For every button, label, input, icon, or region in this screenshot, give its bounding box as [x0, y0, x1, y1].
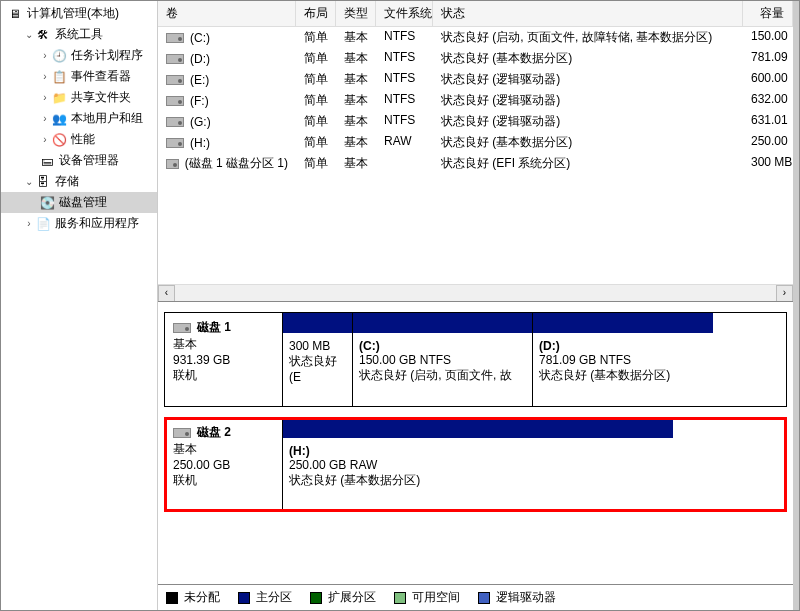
col-status[interactable]: 状态	[433, 1, 743, 26]
partition[interactable]: 300 MB状态良好 (E	[283, 313, 353, 406]
services-icon: 📄	[35, 216, 51, 232]
cell-layout: 简单	[296, 133, 336, 152]
volume-icon	[166, 33, 184, 43]
partition-volume: (D:)	[539, 339, 707, 353]
cell-fs: NTFS	[376, 28, 433, 47]
swatch	[478, 592, 490, 604]
cell-status: 状态良好 (逻辑驱动器)	[433, 112, 743, 131]
chevron-right-icon: ›	[39, 50, 51, 61]
cell-type: 基本	[336, 154, 376, 173]
disk-row-2[interactable]: 磁盘 2 基本 250.00 GB 联机 (H:)250.00 GB RAW状态…	[164, 417, 787, 512]
tree-performance[interactable]: › 🚫 性能	[1, 129, 157, 150]
cell-type: 基本	[336, 70, 376, 89]
cell-status: 状态良好 (逻辑驱动器)	[433, 70, 743, 89]
volume-icon	[166, 117, 184, 127]
tree-sys-tools[interactable]: ⌄ 🛠 系统工具	[1, 24, 157, 45]
table-row[interactable]: (F:)简单基本NTFS状态良好 (逻辑驱动器)632.00	[158, 90, 793, 111]
partitions: 300 MB状态良好 (E(C:)150.00 GB NTFS状态良好 (启动,…	[283, 313, 786, 406]
tree-services-apps[interactable]: › 📄 服务和应用程序	[1, 213, 157, 234]
horizontal-scrollbar[interactable]: ‹ ›	[158, 284, 793, 301]
disk-graphical-view: 磁盘 1 基本 931.39 GB 联机 300 MB状态良好 (E(C:)15…	[158, 301, 793, 610]
chevron-right-icon: ›	[23, 218, 35, 229]
legend-label: 逻辑驱动器	[496, 589, 556, 606]
table-row[interactable]: (磁盘 1 磁盘分区 1)简单基本状态良好 (EFI 系统分区)300 MB	[158, 153, 793, 174]
tree-label: 事件查看器	[71, 68, 131, 85]
col-layout[interactable]: 布局	[296, 1, 336, 26]
volume-name: (D:)	[190, 52, 210, 66]
tree-label: 性能	[71, 131, 95, 148]
performance-icon: 🚫	[51, 132, 67, 148]
volume-name: (G:)	[190, 115, 211, 129]
cell-capacity: 781.09	[743, 49, 793, 68]
tree-device-manager[interactable]: 🖴 设备管理器	[1, 150, 157, 171]
users-icon: 👥	[51, 111, 67, 127]
cell-status: 状态良好 (EFI 系统分区)	[433, 154, 743, 173]
chevron-right-icon: ›	[39, 134, 51, 145]
cell-fs: NTFS	[376, 91, 433, 110]
partition-header	[283, 418, 673, 438]
volume-name: (H:)	[190, 136, 210, 150]
table-row[interactable]: (D:)简单基本NTFS状态良好 (基本数据分区)781.09	[158, 48, 793, 69]
cell-capacity: 250.00	[743, 133, 793, 152]
volume-name: (E:)	[190, 73, 209, 87]
partition[interactable]: (D:)781.09 GB NTFS状态良好 (基本数据分区)	[533, 313, 713, 406]
chevron-right-icon: ›	[39, 92, 51, 103]
cell-fs: NTFS	[376, 70, 433, 89]
swatch	[394, 592, 406, 604]
tree-storage[interactable]: ⌄ 🗄 存储	[1, 171, 157, 192]
table-row[interactable]: (G:)简单基本NTFS状态良好 (逻辑驱动器)631.01	[158, 111, 793, 132]
tree-root[interactable]: 🖥 计算机管理(本地)	[1, 3, 157, 24]
col-capacity[interactable]: 容量	[743, 1, 793, 26]
cell-type: 基本	[336, 133, 376, 152]
legend: 未分配 主分区 扩展分区 可用空间 逻辑驱动器	[158, 584, 793, 610]
col-type[interactable]: 类型	[336, 1, 376, 26]
cell-layout: 简单	[296, 70, 336, 89]
tree-shared-folders[interactable]: › 📁 共享文件夹	[1, 87, 157, 108]
disk-row-1[interactable]: 磁盘 1 基本 931.39 GB 联机 300 MB状态良好 (E(C:)15…	[164, 312, 787, 407]
legend-primary: 主分区	[238, 589, 292, 606]
partition-body: 300 MB状态良好 (E	[283, 333, 352, 406]
volume-name: (磁盘 1 磁盘分区 1)	[185, 155, 288, 172]
cell-status: 状态良好 (启动, 页面文件, 故障转储, 基本数据分区)	[433, 28, 743, 47]
cell-capacity: 150.00	[743, 28, 793, 47]
partition-size: 150.00 GB NTFS	[359, 353, 526, 367]
table-row[interactable]: (H:)简单基本RAW状态良好 (基本数据分区)250.00	[158, 132, 793, 153]
partition-status: 状态良好 (E	[289, 353, 346, 384]
partition[interactable]: (H:)250.00 GB RAW状态良好 (基本数据分区)	[283, 418, 673, 511]
partition-status: 状态良好 (基本数据分区)	[539, 367, 707, 384]
scroll-right-button[interactable]: ›	[776, 285, 793, 302]
partition-body: (C:)150.00 GB NTFS状态良好 (启动, 页面文件, 故	[353, 333, 532, 406]
col-filesystem[interactable]: 文件系统	[376, 1, 433, 26]
swatch	[310, 592, 322, 604]
tree-label: 共享文件夹	[71, 89, 131, 106]
table-row[interactable]: (E:)简单基本NTFS状态良好 (逻辑驱动器)600.00	[158, 69, 793, 90]
cell-status: 状态良好 (基本数据分区)	[433, 133, 743, 152]
tree-local-users[interactable]: › 👥 本地用户和组	[1, 108, 157, 129]
tree-task-scheduler[interactable]: › 🕘 任务计划程序	[1, 45, 157, 66]
disk-header: 磁盘 2 基本 250.00 GB 联机	[165, 418, 283, 511]
tree-disk-management[interactable]: 💽 磁盘管理	[1, 192, 157, 213]
partition-header	[283, 313, 352, 333]
partition[interactable]: (C:)150.00 GB NTFS状态良好 (启动, 页面文件, 故	[353, 313, 533, 406]
chevron-right-icon: ›	[39, 113, 51, 124]
table-header: 卷 布局 类型 文件系统 状态 容量	[158, 1, 793, 27]
disk-type: 基本	[173, 336, 274, 353]
partition-size: 781.09 GB NTFS	[539, 353, 707, 367]
disk-title: 磁盘 1	[197, 319, 231, 336]
partition-volume: (C:)	[359, 339, 526, 353]
device-icon: 🖴	[39, 153, 55, 169]
scroll-left-button[interactable]: ‹	[158, 285, 175, 302]
legend-unallocated: 未分配	[166, 589, 220, 606]
disk-type: 基本	[173, 441, 274, 458]
disk-state: 联机	[173, 367, 274, 384]
legend-extended: 扩展分区	[310, 589, 376, 606]
table-row[interactable]: (C:)简单基本NTFS状态良好 (启动, 页面文件, 故障转储, 基本数据分区…	[158, 27, 793, 48]
cell-type: 基本	[336, 91, 376, 110]
legend-label: 可用空间	[412, 589, 460, 606]
col-volume[interactable]: 卷	[158, 1, 296, 26]
tree-label: 磁盘管理	[59, 194, 107, 211]
tree-event-viewer[interactable]: › 📋 事件查看器	[1, 66, 157, 87]
tools-icon: 🛠	[35, 27, 51, 43]
partitions: (H:)250.00 GB RAW状态良好 (基本数据分区)	[283, 418, 786, 511]
main-content: 卷 布局 类型 文件系统 状态 容量 (C:)简单基本NTFS状态良好 (启动,…	[158, 1, 799, 610]
